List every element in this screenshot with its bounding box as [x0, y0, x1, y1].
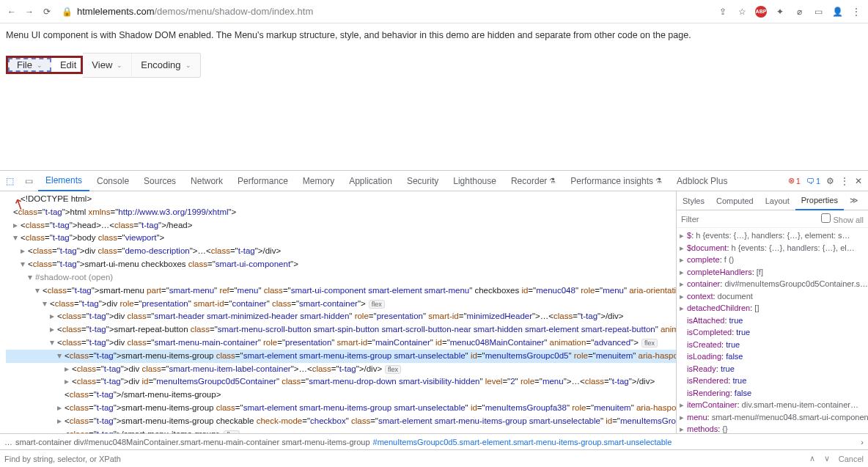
property-row[interactable]: isCompleted: true: [680, 326, 865, 339]
styles-sidebar: StylesComputedLayoutProperties≫ Show all…: [676, 191, 868, 433]
menu-item-view[interactable]: View⌄: [83, 54, 132, 77]
close-icon[interactable]: ✕: [855, 176, 862, 186]
profile-icon[interactable]: 👤: [831, 6, 843, 18]
menu-item-file[interactable]: File⌄: [8, 58, 51, 72]
find-input[interactable]: [4, 455, 809, 463]
tab-performance-insights[interactable]: Performance insights⚗: [563, 171, 669, 191]
dom-node[interactable]: <!DOCTYPE html>: [6, 193, 676, 206]
menu-icon[interactable]: ⋮: [850, 6, 862, 18]
more-icon[interactable]: ⋮: [840, 176, 849, 186]
dom-node[interactable]: ▾<class="t-tag">smart-ui-menu checkboxes…: [6, 258, 676, 271]
inspect-button[interactable]: ⬚: [0, 172, 19, 191]
dom-node[interactable]: ▾<class="t-tag">smart-menu part="smart-m…: [6, 284, 676, 298]
chevron-down-icon: ⌄: [117, 62, 122, 69]
property-row[interactable]: ▸$: h {events: {…}, handlers: {…}, eleme…: [680, 229, 865, 242]
property-row[interactable]: ▸$document: h {events: {…}, handlers: {……: [680, 242, 865, 254]
tab-sources[interactable]: Sources: [136, 171, 183, 191]
menu-item-edit[interactable]: Edit: [51, 58, 81, 72]
forward-button[interactable]: →: [23, 6, 35, 18]
menu-item-encoding[interactable]: Encoding⌄: [132, 54, 199, 77]
tab-network[interactable]: Network: [183, 171, 230, 191]
browser-actions: ⇪ ☆ ABP ✦ ⌀ ▭ 👤 ⋮: [717, 6, 862, 18]
dom-node[interactable]: ▸<class="t-tag">div class="smart-header …: [6, 310, 676, 323]
more-tabs[interactable]: ≫: [844, 191, 864, 210]
chevron-down-icon: ⌄: [37, 62, 43, 69]
star-icon[interactable]: ☆: [736, 6, 748, 18]
dom-node[interactable]: ▾<class="t-tag">div role="presentation" …: [6, 298, 676, 311]
property-row[interactable]: ▸detachedChildren: []: [680, 302, 865, 315]
next-match[interactable]: ∨: [824, 454, 830, 463]
tab-adblock-plus[interactable]: Adblock Plus: [669, 171, 735, 191]
tab-security[interactable]: Security: [400, 171, 446, 191]
dom-node[interactable]: ▸<class="t-tag">div class="demo-descript…: [6, 245, 676, 258]
dom-node[interactable]: ▾#shadow-root (open): [6, 271, 676, 284]
sidebar-tab-layout[interactable]: Layout: [760, 191, 795, 210]
property-row[interactable]: isRendering: false: [680, 387, 865, 400]
property-row[interactable]: ▸context: document: [680, 290, 865, 303]
sidebar-tab-properties[interactable]: Properties: [795, 191, 844, 210]
property-row[interactable]: ▸methods: {}: [680, 423, 865, 433]
properties-filter: Show all: [677, 210, 868, 228]
properties-list[interactable]: ▸$: h {events: {…}, handlers: {…}, eleme…: [677, 228, 868, 433]
tab-memory[interactable]: Memory: [295, 171, 342, 191]
device-toggle[interactable]: ▭: [19, 172, 38, 191]
dom-node[interactable]: ▾<class="t-tag">body class="viewport">: [6, 232, 676, 245]
gear-icon[interactable]: ⚙: [826, 176, 834, 186]
sidebar-tab-computed[interactable]: Computed: [710, 191, 760, 210]
dom-node[interactable]: ▸<class="t-tag">div id="menuItemsGroupc0…: [6, 375, 676, 389]
chevron-down-icon: ⌄: [185, 62, 191, 69]
dom-node[interactable]: ▾<class="t-tag">div class="smart-menu-ma…: [6, 337, 676, 350]
dom-node[interactable]: <class="t-tag">/smart-menu-items-group>f…: [6, 428, 676, 433]
page-content: Menu UI component is with Shadow DOM ena…: [0, 23, 868, 78]
property-row[interactable]: ▸container: div#menuItemsGroupc0d5Contai…: [680, 278, 865, 290]
abp-icon[interactable]: ABP: [755, 6, 767, 18]
devtools-tabs: ⬚ ▭ ElementsConsoleSourcesNetworkPerform…: [0, 171, 868, 191]
tab-application[interactable]: Application: [342, 171, 400, 191]
prev-match[interactable]: ∧: [809, 454, 815, 463]
property-row[interactable]: isRendered: true: [680, 375, 865, 387]
property-row[interactable]: ▸menu: smart-menu#menuc048.smart-ui-comp…: [680, 411, 865, 424]
dom-node[interactable]: ▸<class="t-tag">smart-menu-items-group c…: [6, 415, 676, 428]
property-row[interactable]: isLoading: false: [680, 350, 865, 363]
info-count[interactable]: 🗨 1: [806, 177, 820, 185]
filter-input[interactable]: [681, 215, 821, 224]
dom-node[interactable]: <class="t-tag">/smart-menu-items-group>: [6, 389, 676, 402]
find-bar: ∧ ∨ Cancel: [0, 449, 868, 467]
property-row[interactable]: ▸completeHandlers: [f]: [680, 266, 865, 279]
show-all-toggle[interactable]: Show all: [821, 213, 864, 224]
tab-console[interactable]: Console: [89, 171, 136, 191]
highlight-box: File⌄ Edit: [6, 56, 83, 74]
address-bar[interactable]: 🔒 htmlelements.com/demos/menu/shadow-dom…: [59, 3, 711, 21]
property-row[interactable]: ▸complete: f (): [680, 254, 865, 266]
property-row[interactable]: isReady: true: [680, 363, 865, 375]
back-button[interactable]: ←: [6, 6, 18, 18]
tab-performance[interactable]: Performance: [230, 171, 295, 191]
elements-tree[interactable]: ↖ <!DOCTYPE html><class="t-tag">html xml…: [0, 191, 676, 433]
dom-node[interactable]: ▸<class="t-tag">div class="smart-menu-it…: [6, 363, 676, 376]
reload-button[interactable]: ⟳: [41, 6, 53, 18]
ext2-icon[interactable]: ▭: [812, 6, 824, 18]
demo-description: Menu UI component is with Shadow DOM ena…: [6, 29, 862, 43]
property-row[interactable]: isCreated: true: [680, 339, 865, 351]
share-icon[interactable]: ⇪: [717, 6, 729, 18]
sidebar-tab-styles[interactable]: Styles: [677, 191, 710, 210]
url-text: htmlelements.com/demos/menu/shadow-dom/i…: [77, 6, 313, 17]
dom-node[interactable]: ▸<class="t-tag">smart-menu-items-group c…: [6, 402, 676, 415]
dom-node[interactable]: ▾<class="t-tag">smart-menu-items-group c…: [6, 350, 676, 363]
cancel-button[interactable]: Cancel: [839, 455, 864, 463]
sidebar-tabs: StylesComputedLayoutProperties≫: [677, 191, 868, 210]
tab-lighthouse[interactable]: Lighthouse: [446, 171, 504, 191]
tab-elements[interactable]: Elements: [38, 171, 89, 191]
ext-icon[interactable]: ⌀: [793, 6, 805, 18]
devtools-panel: ⬚ ▭ ElementsConsoleSourcesNetworkPerform…: [0, 170, 868, 467]
property-row[interactable]: isAttached: true: [680, 315, 865, 327]
dom-node[interactable]: ▸<class="t-tag">head>…<class="t-tag">/he…: [6, 219, 676, 232]
breadcrumb[interactable]: … smart-container div#menuc048MainContai…: [0, 433, 868, 449]
extensions-icon[interactable]: ✦: [774, 6, 786, 18]
property-row[interactable]: ▸itemContainer: div.smart-menu-item-cont…: [680, 399, 865, 411]
dom-node[interactable]: ▸<class="t-tag">smart-repeat-button clas…: [6, 323, 676, 337]
tab-recorder[interactable]: Recorder⚗: [504, 171, 563, 191]
dom-node[interactable]: <class="t-tag">html xmlns="http://www.w3…: [6, 206, 676, 219]
error-count[interactable]: ⊗ 1: [788, 176, 801, 185]
lock-icon: 🔒: [62, 7, 73, 17]
